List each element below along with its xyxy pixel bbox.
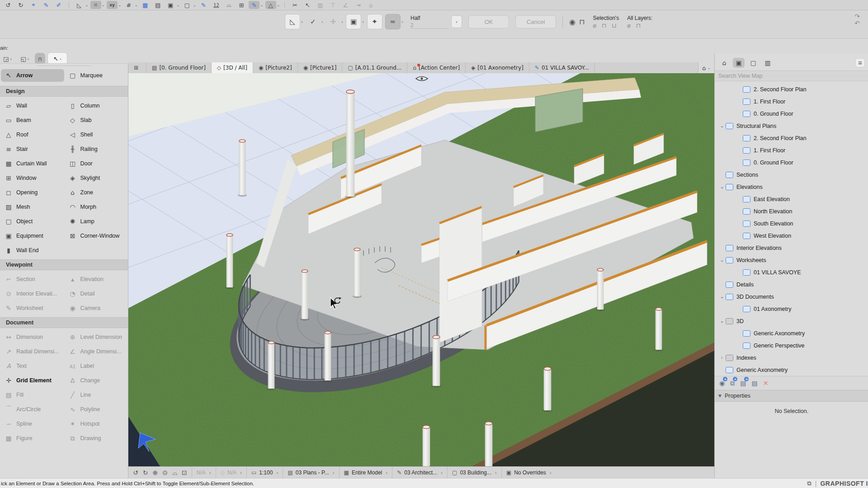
selection-hide-icon[interactable] — [593, 22, 596, 29]
edit-tool-icon[interactable] — [367, 14, 382, 29]
toolbar-item[interactable] — [66, 2, 72, 8]
toolbar-icon[interactable] — [340, 1, 351, 9]
tool-item[interactable]: Worksheet — [1, 302, 64, 314]
tree-item[interactable]: Sections — [715, 169, 868, 181]
toolbar-icon[interactable] — [140, 1, 151, 9]
redo-icon[interactable]: ↷ — [854, 13, 860, 20]
tool-item[interactable]: Drawing — [65, 432, 128, 445]
view-tab[interactable]: [Picture1] — [298, 62, 343, 73]
tool-item[interactable]: Level Dimension — [65, 331, 128, 343]
quick-options-segment[interactable]: Entire Model › — [339, 467, 392, 479]
tool-item[interactable]: Curtain Wall — [1, 157, 64, 170]
tree-item[interactable]: Generic Perspective — [715, 339, 868, 352]
toolbar-icon[interactable] — [15, 1, 26, 9]
nav-icon[interactable] — [133, 469, 138, 477]
toolbar-icon[interactable] — [265, 1, 276, 9]
chevron-right-icon[interactable]: › — [321, 19, 323, 25]
tool-item[interactable]: Object — [1, 215, 64, 228]
layers-lock-icon[interactable] — [636, 22, 641, 29]
chevron-right-icon[interactable]: › — [401, 19, 403, 25]
nav-icon[interactable] — [152, 469, 158, 477]
tree-item[interactable]: Worksheets — [715, 254, 868, 266]
toolbar-item[interactable] — [289, 1, 300, 9]
toolbar-icon[interactable] — [236, 1, 247, 9]
tree-item[interactable]: West Elevation — [715, 230, 868, 242]
tree-expander[interactable] — [718, 294, 726, 300]
toolbar-icon[interactable] — [353, 1, 363, 9]
view-tab[interactable]: [Action Center] — [407, 62, 466, 73]
tree-item[interactable]: Details — [715, 278, 868, 291]
toolbar-item[interactable]: ⌄ — [182, 1, 197, 9]
tool-item[interactable]: Section — [1, 273, 64, 286]
nav-icon[interactable] — [172, 469, 177, 477]
tool-item[interactable]: Detail — [65, 287, 128, 300]
offset-value-field[interactable]: 2 — [410, 21, 448, 29]
eye-icon[interactable] — [416, 77, 428, 81]
chevron-down-icon[interactable]: ⌄ — [85, 3, 89, 7]
toolbar-icon[interactable] — [74, 1, 85, 9]
tool-item[interactable]: Grid Element — [1, 374, 64, 387]
toolbar-icon[interactable] — [211, 1, 222, 9]
toolbar-icon[interactable] — [165, 1, 176, 9]
toolbar-item[interactable] — [211, 1, 222, 9]
tree-item[interactable]: North Elevation — [715, 205, 868, 217]
tool-item[interactable]: Polyline — [65, 403, 128, 416]
quick-options-segment[interactable]: 1:100 › — [246, 467, 283, 479]
toolbar-icon[interactable] — [152, 1, 163, 9]
lock-cycle-icon[interactable] — [579, 18, 585, 26]
toolbar-item[interactable] — [353, 1, 363, 9]
toolbar-icon[interactable] — [123, 1, 134, 9]
chevron-down-icon[interactable]: ⌄ — [176, 3, 180, 7]
toolbar-icon[interactable] — [249, 1, 259, 9]
tree-expander[interactable] — [718, 257, 726, 263]
navigator-mode-button[interactable] — [733, 58, 745, 68]
tool-item[interactable]: Wall End — [1, 244, 64, 257]
toolbar-icon[interactable] — [315, 1, 326, 9]
tool-item[interactable]: Fill — [1, 389, 64, 401]
edit-tool-icon[interactable] — [326, 14, 340, 29]
edit-tool-icon[interactable] — [285, 14, 300, 29]
tree-item[interactable]: Generic Axonometry — [715, 364, 868, 376]
toolbar-item[interactable]: ⌄ — [265, 1, 280, 9]
tool-item[interactable]: Label — [65, 360, 128, 372]
edit-tool-icon[interactable] — [385, 14, 401, 29]
tool-item[interactable]: Skylight — [65, 172, 128, 184]
toolbar-item[interactable]: ⌄ — [90, 1, 105, 9]
toolbar-icon[interactable] — [302, 1, 313, 9]
toolbar-icon[interactable] — [28, 1, 39, 9]
toolbar-item[interactable] — [140, 1, 151, 9]
tree-item[interactable]: 01 Axonometry — [715, 303, 868, 315]
tool-item[interactable]: Text — [1, 360, 64, 372]
tool-item[interactable]: Stair — [1, 143, 64, 155]
tool-item[interactable]: Arc/Circle — [1, 403, 64, 416]
chevron-down-icon[interactable]: ⌄ — [102, 3, 105, 7]
tool-item[interactable]: Door — [65, 157, 128, 170]
toolbar-item[interactable] — [282, 2, 288, 8]
tool-item[interactable]: Interior Elevati... — [1, 287, 64, 300]
tree-item[interactable]: 0. Ground Floor — [715, 108, 868, 120]
tree-item[interactable]: Elevations — [715, 181, 868, 193]
toolbar-item[interactable]: ⌄ — [249, 1, 264, 9]
toolbar-item[interactable] — [315, 1, 326, 9]
tree-item[interactable]: Interior Elevations — [715, 242, 868, 254]
quick-options-segment[interactable]: 03 Plans - P... › — [283, 467, 339, 479]
toolbar-icon[interactable] — [41, 1, 52, 9]
toolbar-item[interactable] — [236, 1, 247, 9]
toolbar-item[interactable] — [223, 1, 234, 9]
tree-expander[interactable] — [718, 318, 726, 324]
toolbar-item[interactable] — [28, 1, 39, 9]
quick-options-segment[interactable]: 03 Architect... › — [392, 467, 447, 479]
tool-item[interactable]: Mesh — [1, 201, 64, 213]
toolbar-item[interactable] — [365, 1, 376, 9]
quick-options-segment[interactable]: N/A › — [216, 467, 246, 479]
chevron-right-icon[interactable]: › — [301, 19, 303, 25]
toolbar-icon[interactable] — [107, 1, 118, 9]
undo-icon[interactable]: ↶ — [854, 20, 860, 27]
toolbar-item[interactable] — [41, 1, 52, 9]
tree-expander[interactable] — [718, 355, 726, 361]
toolbar-icon[interactable] — [327, 1, 338, 9]
tool-item[interactable]: Elevation — [65, 273, 128, 286]
view-tab[interactable]: [A.01.1 Ground... — [342, 62, 407, 73]
quick-options-segment[interactable]: 03 Building... › — [447, 467, 501, 479]
view-tab[interactable]: [Picture2] — [253, 62, 298, 73]
